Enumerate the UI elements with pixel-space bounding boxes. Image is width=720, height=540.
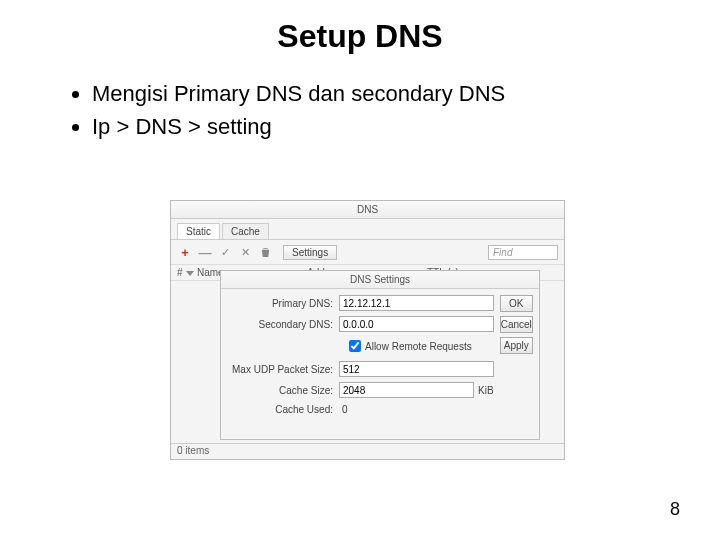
remove-icon[interactable]: — <box>197 244 213 260</box>
bullet-list: Mengisi Primary DNS dan secondary DNS Ip… <box>34 77 720 143</box>
dns-tabs: Static Cache <box>171 219 564 240</box>
allow-remote-checkbox[interactable] <box>349 340 361 352</box>
add-icon[interactable]: + <box>177 244 193 260</box>
dns-window-title: DNS <box>357 204 378 215</box>
disable-icon[interactable]: ✕ <box>237 244 253 260</box>
col-number[interactable]: # <box>177 267 197 278</box>
embedded-screenshot: DNS Static Cache + — ✓ ✕ Settings Find #… <box>170 200 565 460</box>
dns-settings-dialog: DNS Settings Primary DNS: Secondary DNS:… <box>220 270 540 440</box>
enable-icon[interactable]: ✓ <box>217 244 233 260</box>
tab-cache[interactable]: Cache <box>222 223 269 239</box>
sort-icon <box>186 271 194 276</box>
max-udp-input[interactable] <box>339 361 494 377</box>
settings-button[interactable]: Settings <box>283 245 337 260</box>
secondary-dns-label: Secondary DNS: <box>227 319 339 330</box>
page-number: 8 <box>670 499 680 520</box>
bullet-1: Mengisi Primary DNS dan secondary DNS <box>92 77 720 110</box>
dns-statusbar: 0 items <box>171 443 564 459</box>
dns-window-titlebar: DNS <box>171 201 564 219</box>
apply-button[interactable]: Apply <box>500 337 533 354</box>
find-input[interactable]: Find <box>488 245 558 260</box>
cache-used-value: 0 <box>339 403 494 416</box>
dns-settings-title: DNS Settings <box>350 274 410 285</box>
primary-dns-label: Primary DNS: <box>227 298 339 309</box>
cache-size-label: Cache Size: <box>227 385 339 396</box>
dns-toolbar: + — ✓ ✕ Settings Find <box>171 240 564 265</box>
bullet-2: Ip > DNS > setting <box>92 110 720 143</box>
trash-icon[interactable] <box>257 244 273 260</box>
dns-settings-titlebar: DNS Settings <box>221 271 539 289</box>
primary-dns-input[interactable] <box>339 295 494 311</box>
max-udp-label: Max UDP Packet Size: <box>227 364 339 375</box>
ok-button[interactable]: OK <box>500 295 533 312</box>
secondary-dns-input[interactable] <box>339 316 494 332</box>
cache-used-label: Cache Used: <box>227 404 339 415</box>
cache-size-input[interactable] <box>339 382 474 398</box>
cache-size-unit: KiB <box>478 385 494 396</box>
tab-static[interactable]: Static <box>177 223 220 239</box>
cancel-button[interactable]: Cancel <box>500 316 533 333</box>
allow-remote-label: Allow Remote Requests <box>365 341 472 352</box>
slide-title: Setup DNS <box>0 18 720 55</box>
